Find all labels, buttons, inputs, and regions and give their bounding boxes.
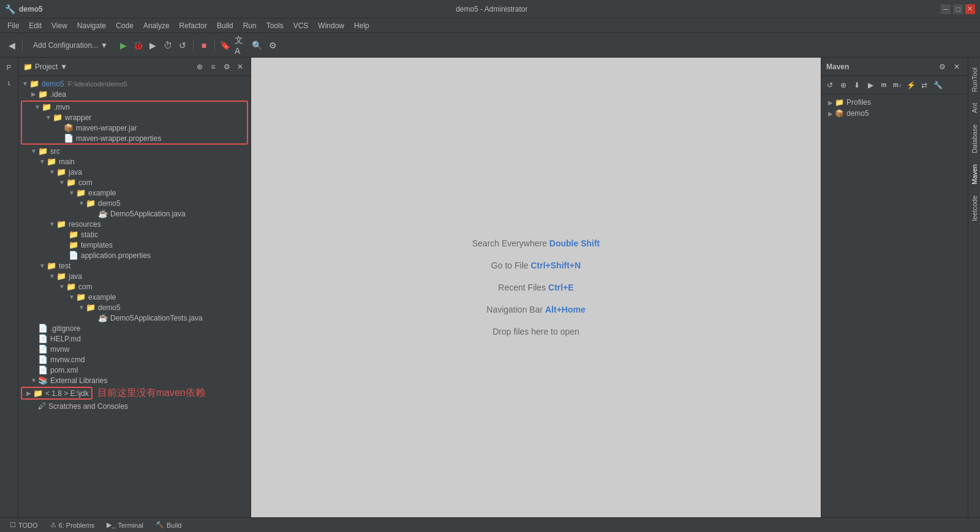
shortcut-nav-bar: Alt+Home: [545, 305, 586, 314]
testjava-label: java: [69, 272, 82, 281]
left-strip-icon-2[interactable]: 1: [2, 76, 17, 91]
tree-main-item[interactable]: ▼ 📁 main: [18, 156, 251, 167]
tree-resources-item[interactable]: ▼ 📁 resources: [18, 219, 251, 229]
tree-idea-item[interactable]: ▶ 📁 .idea: [18, 89, 251, 99]
menu-build[interactable]: Build: [212, 20, 238, 31]
menu-tools[interactable]: Tools: [262, 20, 288, 31]
debug-button[interactable]: 🐞: [132, 39, 145, 52]
settings-icon[interactable]: ⚙: [221, 61, 232, 72]
tree-demo5tests-item[interactable]: ☕ Demo5ApplicationTests.java: [18, 313, 251, 323]
close-panel-icon[interactable]: ✕: [235, 61, 246, 72]
jdk-highlight-box: ▶ 📁 < 1.8 > E:\jdk: [21, 387, 92, 400]
maven-panel-header: Maven ⚙ ✕: [821, 58, 968, 76]
scratches-icon: 🖊: [38, 401, 46, 411]
menu-vcs[interactable]: VCS: [288, 20, 314, 31]
menu-navigate[interactable]: Navigate: [72, 20, 111, 31]
project-name: demo5: [19, 5, 43, 13]
tree-example-item[interactable]: ▼ 📁 example: [18, 188, 251, 198]
project-panel: 📁 Project ▼ ⊕ ≡ ⚙ ✕ ▼ 📁 demo5 F:\idea\co…: [18, 58, 251, 517]
menu-run[interactable]: Run: [238, 20, 262, 31]
tree-mvnw-item[interactable]: 📄 mvnw: [18, 344, 251, 354]
back-icon[interactable]: ◀: [5, 39, 18, 52]
tree-static-item[interactable]: 📁 static: [18, 229, 251, 240]
menu-file[interactable]: File: [2, 20, 24, 31]
maven-refresh-icon[interactable]: ↺: [824, 79, 836, 91]
tree-templates-item[interactable]: 📁 templates: [18, 240, 251, 250]
tree-extlibs-item[interactable]: ▼ 📚 External Libraries: [18, 375, 251, 386]
tree-demo5-item[interactable]: ▼ 📁 demo5: [18, 198, 251, 208]
leetcode-tab[interactable]: leetcode: [969, 191, 980, 226]
project-strip-icon[interactable]: P: [2, 60, 17, 75]
tree-com-item[interactable]: ▼ 📁 com: [18, 177, 251, 188]
tree-jar-item[interactable]: 📦 maven-wrapper.jar: [22, 123, 247, 133]
tree-testexample-item[interactable]: ▼ 📁 example: [18, 292, 251, 302]
maven-profiles-item[interactable]: ▶ 📁 Profiles: [821, 97, 968, 108]
close-button[interactable]: ✕: [965, 4, 975, 14]
test-arrow-icon: ▼: [38, 262, 47, 269]
tree-demo5app-item[interactable]: ☕ Demo5Application.java: [18, 208, 251, 219]
profile-button[interactable]: ⏱: [161, 39, 175, 52]
tree-root-item[interactable]: ▼ 📁 demo5 F:\idea\code\demo5: [18, 78, 251, 89]
maven-run-icon[interactable]: ▶: [864, 79, 876, 91]
maven-close-icon[interactable]: ✕: [951, 61, 963, 73]
bookmark-icon[interactable]: 🔖: [219, 39, 232, 52]
project-title: Project: [35, 63, 58, 71]
tree-testdemo5-item[interactable]: ▼ 📁 demo5: [18, 302, 251, 313]
runtool-tab[interactable]: RunTool: [969, 63, 980, 97]
stop-button[interactable]: ■: [197, 39, 211, 52]
tree-jdk-item[interactable]: ▶ 📁 < 1.8 > E:\jdk: [22, 388, 91, 398]
maximize-button[interactable]: □: [953, 4, 963, 14]
maven-wrench-icon[interactable]: 🔧: [932, 79, 944, 91]
reload-button[interactable]: ↺: [176, 39, 189, 52]
helpmd-file-icon: 📄: [38, 334, 48, 343]
database-tab[interactable]: Database: [969, 120, 980, 158]
run-button[interactable]: ▶: [117, 39, 130, 52]
tree-mvn-item[interactable]: ▼ 📁 .mvn: [22, 102, 247, 112]
tree-src-item[interactable]: ▼ 📁 src: [18, 146, 251, 156]
tree-pomxml-item[interactable]: 📄 pom.xml: [18, 365, 251, 375]
maven-tab[interactable]: Maven: [969, 159, 980, 189]
build-tab[interactable]: 🔨 Build: [151, 520, 186, 530]
maven-mvnw-icon[interactable]: m↓: [891, 79, 903, 91]
settings-gear-icon[interactable]: ⚙: [266, 39, 280, 52]
problems-tab[interactable]: ⚠ 6: Problems: [45, 520, 100, 530]
maven-toggle-icon[interactable]: ⇄: [918, 79, 930, 91]
menu-analyze[interactable]: Analyze: [138, 20, 175, 31]
tree-appprops-item[interactable]: 📄 application.properties: [18, 250, 251, 260]
menu-code[interactable]: Code: [111, 20, 138, 31]
maven-mvn-icon[interactable]: m: [878, 79, 890, 91]
tree-gitignore-item[interactable]: 📄 .gitignore: [18, 323, 251, 333]
add-configuration-button[interactable]: Add Configuration... ▼: [26, 39, 115, 52]
tree-helpmd-item[interactable]: 📄 HELP.md: [18, 333, 251, 344]
tree-testcom-item[interactable]: ▼ 📁 com: [18, 281, 251, 292]
minimize-button[interactable]: ─: [941, 4, 951, 14]
terminal-tab[interactable]: ▶_ Terminal: [102, 520, 148, 530]
run-with-coverage-button[interactable]: ▶: [146, 39, 160, 52]
tree-testjava-item[interactable]: ▼ 📁 java: [18, 271, 251, 281]
todo-tab[interactable]: ☐ TODO: [5, 520, 43, 530]
ant-tab[interactable]: Ant: [969, 98, 980, 118]
tree-java-item[interactable]: ▼ 📁 java: [18, 167, 251, 177]
collapse-icon[interactable]: ≡: [208, 61, 219, 72]
menu-edit[interactable]: Edit: [24, 20, 47, 31]
maven-lifecycle-icon[interactable]: ⚡: [905, 79, 917, 91]
menu-refactor[interactable]: Refactor: [175, 20, 212, 31]
dropdown-chevron-icon[interactable]: ▼: [60, 63, 67, 71]
translate-icon[interactable]: 文A: [235, 39, 248, 52]
mvn-folder-icon: 📁: [42, 102, 51, 112]
search-everywhere-icon[interactable]: 🔍: [251, 39, 264, 52]
tree-scratches-item[interactable]: 🖊 Scratches and Consoles: [18, 401, 251, 411]
maven-settings-icon[interactable]: ⚙: [936, 61, 948, 73]
maven-download-icon[interactable]: ⬇: [851, 79, 863, 91]
menu-help[interactable]: Help: [349, 20, 374, 31]
maven-demo5-item[interactable]: ▶ 📦 demo5: [821, 108, 968, 119]
tree-test-item[interactable]: ▼ 📁 test: [18, 260, 251, 271]
maven-add-icon[interactable]: ⊕: [837, 79, 850, 91]
menu-view[interactable]: View: [47, 20, 72, 31]
tree-wrapper-item[interactable]: ▼ 📁 wrapper: [22, 112, 247, 123]
menu-window[interactable]: Window: [313, 20, 349, 31]
tree-mvnwcmd-item[interactable]: 📄 mvnw.cmd: [18, 354, 251, 365]
add-icon[interactable]: ⊕: [194, 61, 205, 72]
tree-properties-item[interactable]: 📄 maven-wrapper.properties: [22, 133, 247, 143]
maven-toolbar: ↺ ⊕ ⬇ ▶ m m↓ ⚡ ⇄ 🔧: [821, 76, 968, 94]
